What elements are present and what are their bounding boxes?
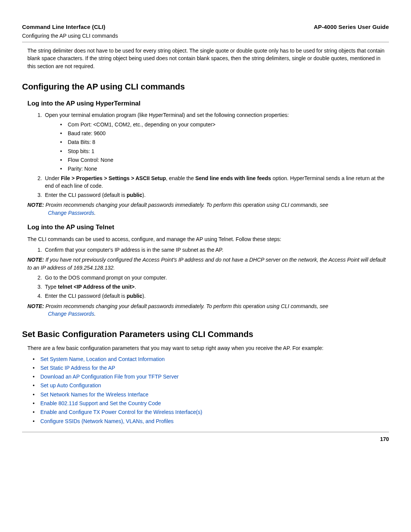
telnet-intro: The CLI commands can be used to access, … [27, 235, 389, 243]
hyper-step-2-pre: Under [45, 175, 61, 181]
hyper-step-3-post: ). [142, 192, 146, 198]
note3-text2: . [94, 311, 96, 317]
header-chapter-title: Command Line Interface (CLI) [22, 23, 118, 31]
list-item: Configure SSIDs (Network Names), VLANs, … [33, 417, 389, 425]
note3-line2: Change Passwords. [48, 310, 389, 318]
header-guide-title: AP-4000 Series User Guide [314, 23, 389, 31]
note1-line2: Change Passwords. [48, 209, 389, 217]
subsection-hyperterminal: Log into the AP using HyperTerminal [27, 99, 389, 109]
telnet-step-3-post: . [135, 284, 136, 290]
telnet-step-4-post: ). [142, 293, 146, 299]
basic-config-link-list: Set System Name, Location and Contact In… [33, 355, 389, 425]
intro-paragraph: The string delimiter does not have to be… [27, 47, 389, 70]
note3-text1: Proxim recommends changing your default … [45, 303, 328, 309]
link-change-passwords-1[interactable]: Change Passwords [48, 210, 94, 216]
telnet-steps: Confirm that your computer's IP address … [43, 246, 389, 254]
note-label-2: NOTE: [27, 257, 44, 263]
telnet-step-4-bold: public [127, 293, 142, 299]
note-label: NOTE: [27, 202, 44, 208]
link-auto-config[interactable]: Set up Auto Configuration [40, 382, 101, 388]
note-change-passwords-2: NOTE: Proxim recommends changing your de… [27, 302, 389, 318]
link-network-names[interactable]: Set Network Names for the Wireless Inter… [40, 391, 148, 398]
list-item: Set up Auto Configuration [33, 382, 389, 389]
header-divider [22, 42, 389, 42]
section-heading-configuring: Configuring the AP using CLI commands [22, 81, 389, 93]
list-item: Enable and Configure TX Power Control fo… [33, 408, 389, 416]
link-set-system-name[interactable]: Set System Name, Location and Contact In… [40, 356, 165, 362]
hyper-step-2-option: Send line ends with line feeds [195, 175, 271, 181]
hyper-step-3-pre: Enter the CLI password (default is [45, 192, 127, 198]
link-80211d[interactable]: Enable 802.11d Support and Set the Count… [40, 400, 161, 406]
telnet-step-2: Go to the DOS command prompt on your com… [43, 274, 389, 281]
link-tx-power[interactable]: Enable and Configure TX Power Control fo… [40, 409, 202, 415]
link-ssid-vlan[interactable]: Configure SSIDs (Network Names), VLANs, … [40, 418, 174, 424]
telnet-step-3-pre: Type [45, 284, 58, 290]
header-right: AP-4000 Series User Guide [314, 23, 389, 31]
header-section-subtitle: Configuring the AP using CLI commands [22, 32, 118, 40]
list-item: Download an AP Configuration File from y… [33, 373, 389, 380]
telnet-step-4-pre: Enter the CLI password (default is [45, 293, 127, 299]
note-label-3: NOTE: [27, 303, 44, 309]
note-ip-default: NOTE: If you have not previously configu… [27, 256, 389, 272]
note-change-passwords-1: NOTE: Proxim recommends changing your de… [27, 201, 389, 217]
hyper-step-3-bold: public [127, 192, 142, 198]
prop-parity: Parity: None [60, 165, 389, 173]
prop-com-port: Com Port: <COM1, COM2, etc., depending o… [60, 121, 389, 128]
hyper-step-3: Enter the CLI password (default is publi… [43, 191, 389, 199]
hyper-step-2-mid: , enable the [166, 175, 195, 181]
basic-config-intro: There are a few basic configuration para… [27, 344, 389, 352]
list-item: Set Network Names for the Wireless Inter… [33, 391, 389, 398]
link-download-config[interactable]: Download an AP Configuration File from y… [40, 374, 178, 380]
telnet-step-1: Confirm that your computer's IP address … [43, 246, 389, 254]
hyper-step-1: Open your terminal emulation program (li… [43, 111, 389, 173]
section-heading-basic-config: Set Basic Configuration Parameters using… [22, 328, 389, 340]
note-ip-text: If you have not previously configured th… [27, 257, 386, 270]
hyper-step-1-text: Open your terminal emulation program (li… [45, 112, 289, 118]
list-item: Enable 802.11d Support and Set the Count… [33, 399, 389, 407]
note1-text2: . [94, 210, 96, 216]
prop-data-bits: Data Bits: 8 [60, 138, 389, 146]
page-number: 170 [22, 435, 389, 443]
prop-stop-bits: Stop bits: 1 [60, 147, 389, 155]
list-item: Set System Name, Location and Contact In… [33, 355, 389, 363]
footer-divider [22, 432, 389, 432]
prop-baud-rate: Baud rate: 9600 [60, 129, 389, 137]
telnet-step-3: Type telnet <IP Address of the unit>. [43, 283, 389, 291]
header-left: Command Line Interface (CLI) Configuring… [22, 23, 118, 40]
note1-text1: Proxim recommends changing your default … [45, 202, 328, 208]
connection-properties-list: Com Port: <COM1, COM2, etc., depending o… [60, 121, 389, 173]
telnet-step-3-bold: telnet <IP Address of the unit> [58, 284, 134, 290]
page-header: Command Line Interface (CLI) Configuring… [22, 23, 389, 40]
link-change-passwords-2[interactable]: Change Passwords [48, 311, 94, 317]
hyper-step-2: Under File > Properties > Settings > ASC… [43, 174, 389, 190]
prop-flow-control: Flow Control: None [60, 156, 389, 164]
subsection-telnet: Log into the AP using Telnet [27, 223, 389, 232]
telnet-step-4: Enter the CLI password (default is publi… [43, 292, 389, 300]
link-set-static-ip[interactable]: Set Static IP Address for the AP [40, 365, 115, 371]
hyper-step-2-path: File > Properties > Settings > ASCII Set… [61, 175, 166, 181]
telnet-steps-cont: Go to the DOS command prompt on your com… [43, 274, 389, 300]
list-item: Set Static IP Address for the AP [33, 364, 389, 372]
hyperterminal-steps: Open your terminal emulation program (li… [43, 111, 389, 199]
